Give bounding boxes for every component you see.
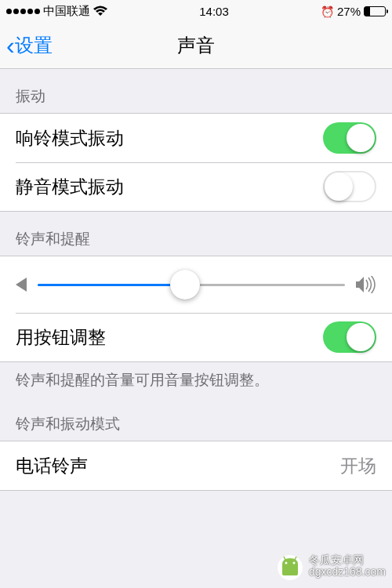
volume-slider[interactable] [38, 284, 345, 286]
toggle-vibrate-on-silent[interactable] [323, 171, 376, 202]
cell-group-vibrate: 响铃模式振动 静音模式振动 [0, 113, 392, 212]
status-bar: 中国联通 14:03 27% [0, 0, 392, 22]
section-header-patterns: 铃声和振动模式 [0, 397, 392, 441]
nav-bar: ‹ 设置 声音 [0, 22, 392, 69]
watermark: 冬瓜安卓网 dgxcdz168.com [274, 550, 386, 582]
section-footer-ringer: 铃声和提醒的音量可用音量按钮调整。 [0, 362, 392, 397]
cell-value: 开场 [340, 454, 376, 478]
battery-icon [364, 6, 386, 16]
cell-label: 静音模式振动 [16, 175, 124, 199]
back-button[interactable]: ‹ 设置 [6, 33, 53, 58]
clock-label: 14:03 [199, 5, 229, 18]
cell-label: 电话铃声 [16, 454, 88, 478]
chevron-left-icon: ‹ [6, 33, 15, 58]
carrier-label: 中国联通 [43, 4, 90, 19]
back-label: 设置 [15, 33, 53, 58]
cell-vibrate-on-silent: 静音模式振动 [0, 162, 392, 211]
volume-high-icon [356, 276, 376, 293]
cell-group-ringer: 用按钮调整 [0, 256, 392, 362]
section-header-ringer: 铃声和提醒 [0, 212, 392, 256]
volume-low-icon [16, 278, 27, 292]
cell-ringer-volume [0, 256, 392, 313]
wifi-icon [93, 5, 107, 16]
status-right: 27% [321, 5, 386, 18]
cell-label: 响铃模式振动 [16, 126, 124, 151]
cell-change-with-buttons: 用按钮调整 [0, 313, 392, 361]
toggle-change-with-buttons[interactable] [323, 321, 376, 353]
alarm-icon [321, 5, 334, 18]
svg-point-2 [292, 562, 295, 564]
watermark-title: 冬瓜安卓网 [309, 554, 386, 566]
svg-point-1 [285, 562, 287, 564]
cell-group-patterns: 电话铃声 开场 [0, 441, 392, 491]
battery-percent-label: 27% [337, 5, 361, 18]
cell-label: 用按钮调整 [16, 325, 106, 350]
android-robot-icon [274, 550, 306, 582]
signal-strength-icon [6, 9, 40, 14]
section-header-vibrate: 振动 [0, 69, 392, 113]
page-title: 声音 [0, 33, 392, 58]
slider-thumb[interactable] [170, 270, 200, 299]
status-left: 中国联通 [6, 4, 107, 19]
toggle-vibrate-on-ring[interactable] [323, 122, 376, 154]
watermark-url: dgxcdz168.com [309, 566, 386, 578]
cell-ringtone[interactable]: 电话铃声 开场 [0, 441, 392, 490]
cell-vibrate-on-ring: 响铃模式振动 [0, 114, 392, 162]
